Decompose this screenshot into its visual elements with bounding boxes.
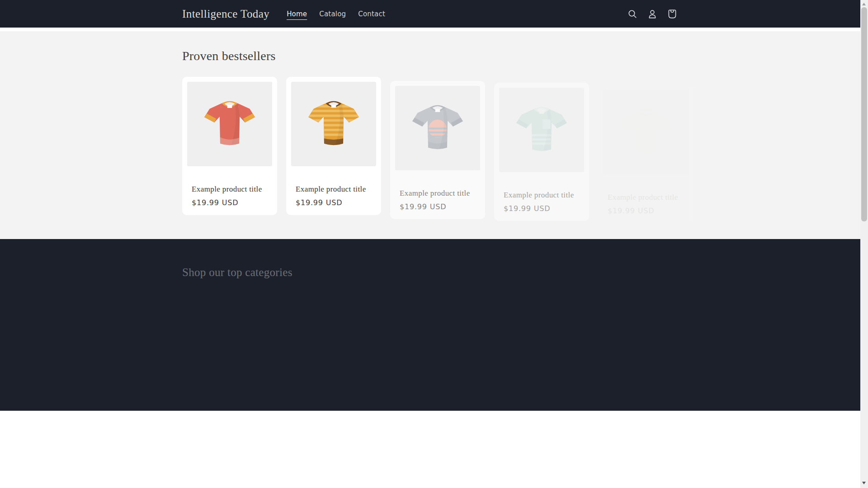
search-icon [627,9,637,19]
product-card-4[interactable]: Example product title $19.99 USD [494,83,589,221]
nav-link-contact[interactable]: Contact [358,10,385,18]
tshirt-gray-sunset-illustration [406,99,469,158]
product-title[interactable]: Example product title [400,188,476,198]
tshirt-orange-striped-illustration [302,94,365,154]
product-card-1[interactable]: Example product title $19.99 USD [182,77,277,215]
scrollbar[interactable] [860,0,868,488]
site-header: Intelligence Today Home Catalog Contact [0,0,868,28]
product-price: $19.99 USD [192,198,268,207]
categories-heading: Shop our top categories [182,266,689,279]
nav-link-catalog[interactable]: Catalog [319,10,346,18]
account-icon [647,9,657,19]
product-image-3 [395,86,480,170]
product-card-5[interactable]: Example product title $19.99 USD [598,85,693,223]
account-button[interactable] [642,4,662,24]
bestsellers-section: Proven bestsellers [0,31,868,239]
scrollbar-down-arrow-icon[interactable] [862,482,866,484]
product-price: $19.99 USD [400,202,476,211]
categories-section: Shop our top categories [0,239,868,411]
product-image-5 [603,90,688,174]
product-title[interactable]: Example product title [192,184,268,194]
product-title[interactable]: Example product title [608,192,684,202]
product-grid: Example product title $19.99 USD [182,77,689,215]
product-image-1 [187,82,272,166]
cart-icon [667,9,677,19]
storefront-page: Intelligence Today Home Catalog Contact [0,0,868,488]
main-nav: Home Catalog Contact [287,10,385,18]
bestsellers-heading: Proven bestsellers [182,47,689,65]
store-logo[interactable]: Intelligence Today [182,8,269,20]
nav-link-home[interactable]: Home [287,10,307,18]
product-price: $19.99 USD [504,204,580,213]
product-card-3[interactable]: Example product title $19.99 USD [390,81,485,219]
header-icons [623,4,682,24]
product-title[interactable]: Example product title [296,184,372,194]
product-image-4 [499,88,584,172]
tshirt-coral-illustration [198,94,261,154]
product-card-2[interactable]: Example product title $19.99 USD [286,77,381,215]
scrollbar-thumb[interactable] [861,7,867,221]
product-title[interactable]: Example product title [504,190,580,200]
product-image-2 [291,82,376,166]
cart-button[interactable] [662,4,682,24]
search-button[interactable] [623,4,642,24]
scrollbar-up-arrow-icon[interactable] [862,3,866,5]
tshirt-peach-illustration [614,103,677,162]
tshirt-teal-pocket-illustration [510,100,573,160]
product-price: $19.99 USD [296,198,372,207]
product-price: $19.99 USD [608,206,684,215]
